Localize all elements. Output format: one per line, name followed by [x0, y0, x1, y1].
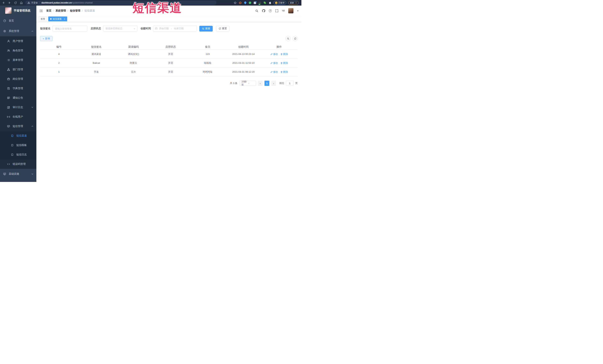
- date-range-picker[interactable]: 开始日期 - 结束日期: [153, 26, 197, 32]
- font-size-icon[interactable]: TT: [282, 9, 285, 12]
- breadcrumb-home[interactable]: 首页: [46, 9, 51, 12]
- trash-icon: [280, 53, 283, 55]
- browser-reload-button[interactable]: [14, 1, 17, 4]
- avatar-caret-down-icon[interactable]: ▼: [297, 10, 299, 12]
- edit-link[interactable]: 修改: [270, 70, 278, 74]
- calendar-icon: [155, 27, 158, 30]
- sidebar-item-audit-log[interactable]: 审计日志: [0, 102, 36, 112]
- sidebar-item-sms-management[interactable]: 短信管理: [0, 121, 36, 131]
- cell-remark: 123: [189, 53, 226, 55]
- table-toolbar: + 新增: [40, 36, 298, 41]
- active-tab-dot-icon: [50, 18, 52, 20]
- prev-page-button[interactable]: ‹: [258, 81, 263, 86]
- extension-leaf-icon[interactable]: [263, 1, 266, 4]
- dictionary-icon: [7, 87, 10, 90]
- refresh-table-button[interactable]: [292, 36, 298, 41]
- sidebar-item-home[interactable]: 首页: [0, 16, 36, 26]
- extension-check-icon[interactable]: ✓: [249, 1, 251, 4]
- address-bar[interactable]: 不安全 dashboard.yudao.iocoder.cn/system/sm…: [25, 1, 216, 5]
- plus-icon: +: [43, 37, 44, 40]
- security-warning-icon: [27, 1, 30, 4]
- sidebar-item-online-users[interactable]: 在线用户: [0, 112, 36, 121]
- user-avatar[interactable]: [288, 8, 293, 13]
- column-header: 短信签名: [78, 45, 115, 49]
- search-button[interactable]: 搜索: [199, 26, 213, 32]
- app-logo-row[interactable]: 芋道管理系统: [0, 6, 36, 16]
- sidebar-item-menu-management[interactable]: 菜单管理: [0, 55, 36, 65]
- extension-orange-icon[interactable]: [239, 1, 242, 4]
- select-caret-down-icon: [133, 28, 136, 30]
- sign-input[interactable]: [53, 26, 87, 32]
- goto-page-input[interactable]: [286, 81, 293, 86]
- extensions-puzzle-icon[interactable]: [268, 1, 271, 4]
- table-header-row: 编号 短信签名 渠道编码 启用状态 备注 创建时间 操作: [40, 44, 298, 50]
- delete-link[interactable]: 删除: [280, 53, 288, 56]
- delete-link[interactable]: 删除: [280, 61, 288, 65]
- end-date-placeholder: 结束日期: [174, 27, 184, 30]
- bookmark-star-icon[interactable]: [234, 1, 237, 4]
- briefcase-icon: [7, 77, 10, 80]
- sidebar-item-dictionary-management[interactable]: 字典管理: [0, 84, 36, 93]
- sidebar-item-user-management[interactable]: 用户管理: [0, 36, 36, 46]
- profile-paused-badge[interactable]: 已暂停: [273, 1, 286, 5]
- tab-home[interactable]: 首页: [39, 17, 47, 21]
- breadcrumb-sms[interactable]: 短信管理: [70, 9, 80, 12]
- sidebar-collapse-icon[interactable]: [39, 9, 43, 12]
- cell-code: 阿里云: [115, 61, 152, 65]
- sidebar-item-sms-log[interactable]: 短信日志: [0, 150, 36, 159]
- table-row: 4 测试渠道 调试(钉钉) 开启 123 2021-04-13 00:23:14…: [40, 50, 298, 59]
- cell-created: 2021-04-13 00:23:14: [226, 53, 261, 55]
- status-select[interactable]: 请选择启用状态: [103, 26, 137, 32]
- sidebar-item-sms-channel[interactable]: 短信渠道: [0, 131, 36, 140]
- sms-icon: [7, 125, 10, 128]
- extension-switch-icon[interactable]: [258, 1, 261, 4]
- cell-created: 2021-03-31 06:12:20: [226, 70, 261, 73]
- page-1-button[interactable]: 1: [265, 81, 269, 86]
- sidebar-item-announcement[interactable]: 通知公告: [0, 93, 36, 102]
- next-page-button[interactable]: ›: [271, 81, 276, 86]
- chrome-update-button[interactable]: 更新 ⋮: [288, 1, 299, 5]
- sidebar-item-role-management[interactable]: 角色管理: [0, 46, 36, 55]
- fullscreen-icon[interactable]: [275, 9, 278, 12]
- tab-close-icon[interactable]: ×: [64, 18, 65, 20]
- breadcrumb: 首页 / 系统管理 / 短信管理 / 短信渠道: [46, 9, 95, 12]
- cell-id: 1: [40, 70, 78, 73]
- help-icon[interactable]: ?: [269, 9, 272, 12]
- search-icon[interactable]: [255, 9, 258, 12]
- breadcrumb-separator: /: [53, 9, 54, 12]
- document-icon: [11, 134, 14, 137]
- search-icon: [202, 27, 204, 30]
- page-size-select[interactable]: 10条/页: [240, 81, 256, 86]
- breadcrumb-separator: /: [82, 9, 83, 12]
- sidebar-item-error-code-management[interactable]: 错误码管理: [0, 159, 36, 169]
- browser-menu-kebab-icon[interactable]: ⋮: [295, 1, 297, 4]
- select-caret-down-icon: [248, 82, 255, 84]
- browser-forward-button[interactable]: [8, 1, 11, 4]
- breadcrumb-system[interactable]: 系统管理: [56, 9, 66, 12]
- code-icon: [7, 163, 10, 165]
- github-icon[interactable]: [262, 9, 265, 12]
- browser-home-button[interactable]: [20, 1, 23, 4]
- sidebar-item-department-management[interactable]: 部门管理: [0, 65, 36, 74]
- toggle-search-button[interactable]: [285, 36, 291, 41]
- extension-pin-icon[interactable]: [244, 1, 247, 4]
- edit-link[interactable]: 修改: [270, 53, 278, 56]
- page-content: 短信签名 启用状态 请选择启用状态 创建时间 开始日期 - 结束日期: [36, 22, 302, 86]
- goto-label: 前往: [279, 82, 284, 85]
- tab-sms-channel[interactable]: 短信渠道 ×: [48, 17, 67, 21]
- app-logo: [5, 7, 12, 14]
- add-button[interactable]: + 新增: [40, 36, 53, 41]
- top-navbar: 首页 / 系统管理 / 短信管理 / 短信渠道 ? TT ▼: [36, 6, 302, 16]
- smiley-avatar-icon: [275, 2, 278, 4]
- sidebar-item-system-management[interactable]: 系统管理: [0, 26, 36, 36]
- sidebar-item-post-management[interactable]: 岗位管理: [0, 74, 36, 84]
- trash-icon: [280, 71, 283, 73]
- browser-back-button[interactable]: [2, 1, 5, 4]
- cell-id: 2: [40, 62, 78, 64]
- reset-button[interactable]: 重置: [216, 26, 229, 32]
- extension-tabs-icon[interactable]: [253, 1, 256, 4]
- delete-link[interactable]: 删除: [280, 70, 288, 74]
- sidebar-item-infrastructure[interactable]: 基础设施: [0, 169, 36, 179]
- sidebar-item-sms-template[interactable]: 短信模板: [0, 140, 36, 150]
- edit-link[interactable]: 修改: [270, 61, 278, 65]
